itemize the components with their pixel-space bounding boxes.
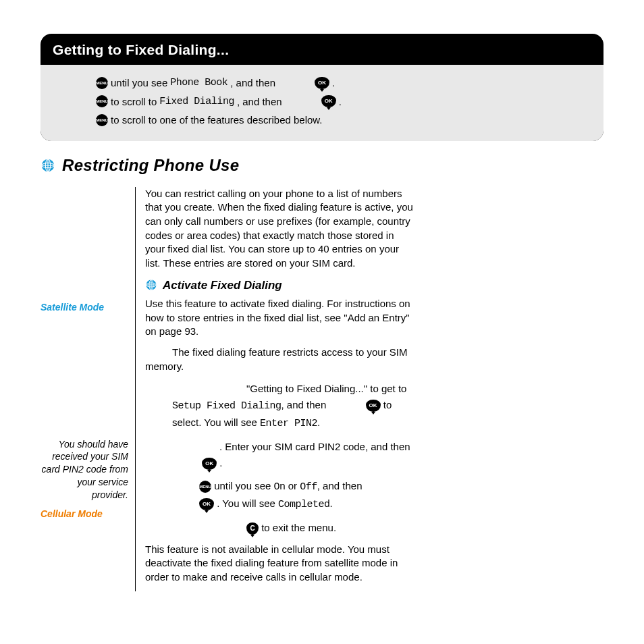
pin2-note: You should have received your SIM card P… bbox=[41, 438, 128, 502]
procedure-step-3: MENU until you see On or Off, and then O… bbox=[199, 478, 415, 513]
menu-icon: MENU bbox=[96, 114, 108, 126]
ok-icon: OK bbox=[199, 498, 214, 510]
intro-paragraph: You can restrict calling on your phone t… bbox=[145, 187, 415, 271]
globe-icon bbox=[145, 279, 157, 291]
lcd-text: Enter PIN2 bbox=[260, 418, 317, 429]
step-text: until you see bbox=[111, 74, 167, 92]
ok-icon: OK bbox=[321, 95, 336, 107]
box-step-2: MENU to scroll to Fixed Dialing, and the… bbox=[96, 93, 590, 111]
step-text: , and then bbox=[230, 74, 275, 92]
step-text: , and then bbox=[281, 399, 327, 410]
cellular-paragraph: This feature is not available in cellula… bbox=[145, 543, 415, 585]
step-text: "Getting to Fixed Dialing..." to get to bbox=[246, 383, 406, 394]
subsection-heading: Activate Fixed Dialing bbox=[163, 277, 282, 293]
step-text: to scroll to bbox=[111, 93, 157, 111]
satellite-paragraph-1: Use this feature to activate fixed diali… bbox=[145, 297, 415, 339]
procedure-step-4: C to exit the menu. bbox=[246, 520, 415, 536]
cellular-mode-label: Cellular Mode bbox=[41, 508, 128, 519]
menu-icon: MENU bbox=[199, 481, 211, 493]
ok-icon: OK bbox=[315, 77, 329, 89]
box-body: MENU until you see Phone Book, and then … bbox=[41, 65, 603, 141]
step-text: . bbox=[219, 457, 222, 468]
c-icon: C bbox=[246, 522, 259, 535]
procedure-step-2: . Enter your SIM card PIN2 code, and the… bbox=[172, 439, 415, 471]
menu-icon: MENU bbox=[96, 77, 108, 89]
getting-to-box: Getting to Fixed Dialing... MENU until y… bbox=[41, 34, 603, 141]
satellite-paragraph-2: The fixed dialing feature restricts acce… bbox=[145, 346, 415, 373]
step-text: . bbox=[317, 417, 320, 428]
step-text: or bbox=[286, 480, 300, 491]
step-text: . bbox=[339, 93, 342, 111]
section-heading-row: Restricting Phone Use bbox=[41, 156, 603, 175]
step-text: to exit the menu. bbox=[261, 522, 336, 533]
procedure-step-1: "Getting to Fixed Dialing..." to get to … bbox=[172, 381, 415, 432]
ok-icon: OK bbox=[202, 458, 217, 470]
step-text: , and then bbox=[317, 480, 363, 491]
lcd-text: Off bbox=[300, 481, 317, 493]
lcd-text: Completed bbox=[278, 499, 330, 510]
satellite-mode-label: Satellite Mode bbox=[41, 302, 128, 313]
lcd-text: On bbox=[274, 481, 286, 493]
box-step-3: MENU to scroll to one of the features de… bbox=[96, 111, 590, 129]
step-text: until you see bbox=[214, 480, 273, 491]
step-text: to scroll to one of the features describ… bbox=[111, 111, 323, 129]
step-text: . Enter your SIM card PIN2 code, and the… bbox=[219, 441, 410, 452]
globe-icon bbox=[41, 158, 55, 173]
ok-icon: OK bbox=[366, 400, 381, 412]
menu-icon: MENU bbox=[96, 95, 108, 107]
section-heading: Restricting Phone Use bbox=[62, 156, 239, 175]
step-text: . You will see bbox=[217, 498, 278, 509]
step-text: , and then bbox=[237, 93, 282, 111]
box-step-1: MENU until you see Phone Book, and then … bbox=[96, 74, 590, 92]
lcd-text: Setup Fixed Dialing bbox=[172, 400, 281, 412]
subsection-heading-row: Activate Fixed Dialing bbox=[145, 277, 415, 293]
lcd-text: Fixed Dialing bbox=[159, 93, 234, 111]
step-text: . bbox=[330, 498, 333, 509]
lcd-text: Phone Book bbox=[170, 74, 227, 92]
box-title: Getting to Fixed Dialing... bbox=[41, 34, 603, 65]
step-text: . bbox=[332, 74, 335, 92]
